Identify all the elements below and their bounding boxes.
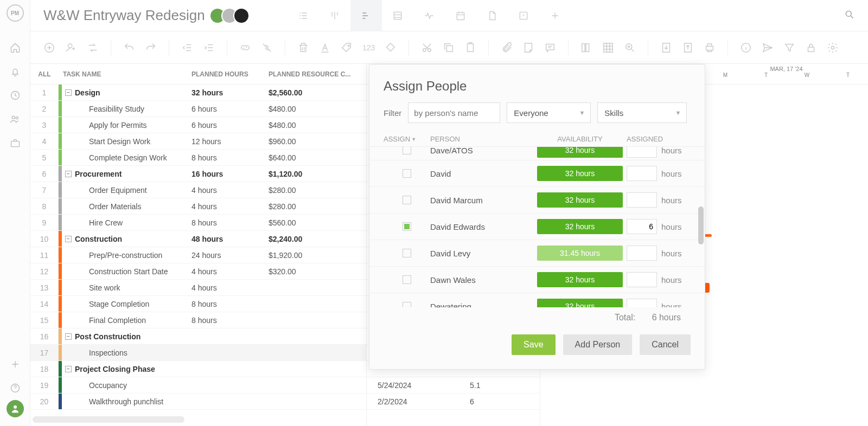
task-name-cell[interactable]: −Post Construction	[62, 332, 192, 341]
task-name-cell[interactable]: Occupancy	[62, 381, 192, 390]
hours-cell[interactable]: 8 hours	[192, 153, 269, 162]
task-name-cell[interactable]: Prep/Pre-construction	[62, 251, 192, 260]
list-view-tab[interactable]	[288, 0, 319, 31]
header-planned-cost[interactable]: PLANNED RESOURCE C...	[269, 70, 366, 78]
modal-scrollbar[interactable]	[698, 206, 704, 244]
text-color-icon[interactable]	[319, 42, 331, 54]
task-row[interactable]: 13 Site work 4 hours	[30, 280, 366, 296]
th-availability[interactable]: AVAILABILITY	[533, 135, 627, 143]
assign-icon[interactable]	[65, 42, 77, 54]
hours-cell[interactable]: 8 hours	[192, 300, 269, 308]
task-row[interactable]: 6 −Procurement 16 hours $1,120.00	[30, 166, 366, 182]
task-name-cell[interactable]: Order Equipment	[62, 186, 192, 195]
send-icon[interactable]	[762, 42, 774, 54]
task-row[interactable]: 15 Final Completion 8 hours	[30, 312, 366, 328]
assigned-hours-input[interactable]	[627, 299, 657, 307]
assign-checkbox[interactable]	[403, 222, 411, 231]
task-name-cell[interactable]: −Design	[62, 88, 192, 97]
assigned-hours-input[interactable]	[627, 272, 657, 287]
task-name-cell[interactable]: Start Design Work	[62, 137, 192, 146]
copy-icon[interactable]	[443, 42, 455, 54]
th-assigned[interactable]: ASSIGNED	[627, 135, 681, 143]
filter-input[interactable]	[408, 102, 500, 123]
task-name-cell[interactable]: Apply for Permits	[62, 121, 192, 130]
cost-cell[interactable]: $1,920.00	[269, 251, 366, 260]
assign-checkbox[interactable]	[403, 302, 411, 307]
task-row[interactable]: 9 Hire Crew 8 hours $560.00	[30, 215, 366, 231]
cost-cell[interactable]: $480.00	[269, 121, 366, 130]
note-icon[interactable]	[522, 42, 534, 54]
assigned-hours-input[interactable]	[627, 166, 657, 181]
filter-everyone-select[interactable]: Everyone▼	[507, 102, 591, 123]
swap-icon[interactable]	[87, 42, 99, 54]
mid-row[interactable]: 5/24/20245.1	[367, 377, 540, 393]
task-row[interactable]: 8 Order Materials 4 hours $280.00	[30, 198, 366, 215]
add-view-tab[interactable]	[539, 0, 571, 31]
task-name-cell[interactable]: Inspections	[62, 348, 192, 357]
task-row[interactable]: 7 Order Equipment 4 hours $280.00	[30, 182, 366, 198]
th-person[interactable]: PERSON	[430, 135, 533, 143]
cost-cell[interactable]: $280.00	[269, 202, 366, 211]
hours-cell[interactable]: 4 hours	[192, 283, 269, 292]
collapse-icon[interactable]: −	[65, 236, 72, 242]
task-row[interactable]: 19 Occupancy	[30, 377, 366, 393]
assign-checkbox[interactable]	[403, 275, 411, 284]
cut-icon[interactable]	[421, 42, 433, 54]
assigned-hours-input[interactable]	[627, 192, 657, 208]
cost-cell[interactable]: $960.00	[269, 137, 366, 146]
import-icon[interactable]	[660, 42, 672, 54]
cost-cell[interactable]: $640.00	[269, 153, 366, 162]
filter-icon[interactable]	[783, 42, 795, 54]
cost-cell[interactable]: $560.00	[269, 218, 366, 227]
task-name-cell[interactable]: −Construction	[62, 235, 192, 243]
cost-cell[interactable]: $280.00	[269, 186, 366, 195]
tag-icon[interactable]	[341, 42, 353, 54]
cancel-button[interactable]: Cancel	[640, 334, 691, 355]
grid-icon[interactable]	[602, 42, 614, 54]
task-name-cell[interactable]: −Project Closing Phase	[62, 365, 192, 373]
task-name-cell[interactable]: Order Materials	[62, 202, 192, 211]
zoom-icon[interactable]	[624, 42, 636, 54]
cost-cell[interactable]: $480.00	[269, 105, 366, 113]
people-icon[interactable]	[9, 113, 22, 126]
task-name-cell[interactable]: Walkthrough punchlist	[62, 397, 192, 406]
project-avatars[interactable]	[214, 8, 250, 24]
task-row[interactable]: 3 Apply for Permits 6 hours $480.00	[30, 117, 366, 133]
task-name-cell[interactable]: −Procurement	[62, 170, 192, 178]
hours-cell[interactable]: 16 hours	[192, 170, 269, 178]
task-row[interactable]: 2 Feasibility Study 6 hours $480.00	[30, 101, 366, 117]
add-task-icon[interactable]	[43, 42, 55, 54]
task-row[interactable]: 5 Complete Design Work 8 hours $640.00	[30, 150, 366, 166]
clock-icon[interactable]	[9, 89, 22, 102]
trash-icon[interactable]	[297, 42, 309, 54]
collapse-icon[interactable]: −	[65, 366, 72, 372]
sheet-view-tab[interactable]	[382, 0, 413, 31]
collapse-icon[interactable]: −	[65, 171, 72, 177]
file-view-tab[interactable]	[476, 0, 508, 31]
hours-cell[interactable]: 4 hours	[192, 186, 269, 195]
task-row[interactable]: 1 −Design 32 hours $2,560.00	[30, 85, 366, 101]
paste-icon[interactable]	[464, 42, 476, 54]
filter-skills-select[interactable]: Skills▼	[597, 102, 687, 123]
task-row[interactable]: 4 Start Design Work 12 hours $960.00	[30, 133, 366, 150]
unlink-icon[interactable]	[261, 42, 273, 54]
hours-cell[interactable]: 4 hours	[192, 267, 269, 276]
task-row[interactable]: 17 Inspections	[30, 345, 366, 361]
header-task-name[interactable]: TASK NAME	[59, 70, 192, 78]
task-name-cell[interactable]: Hire Crew	[62, 218, 192, 227]
assigned-hours-input[interactable]	[627, 246, 657, 261]
task-row[interactable]: 12 Construction Start Date 4 hours $320.…	[30, 263, 366, 280]
assign-checkbox[interactable]	[403, 169, 411, 178]
hours-cell[interactable]: 8 hours	[192, 218, 269, 227]
save-button[interactable]: Save	[512, 334, 555, 355]
task-name-cell[interactable]: Site work	[62, 283, 192, 292]
hours-cell[interactable]: 4 hours	[192, 202, 269, 211]
board-view-tab[interactable]	[319, 0, 350, 31]
home-icon[interactable]	[9, 41, 22, 54]
cost-cell[interactable]: $2,240.00	[269, 235, 366, 243]
task-name-cell[interactable]: Complete Design Work	[62, 153, 192, 162]
search-icon[interactable]	[844, 9, 855, 22]
app-logo[interactable]: PM	[7, 4, 24, 22]
hours-cell[interactable]: 6 hours	[192, 105, 269, 113]
attach-icon[interactable]	[501, 42, 513, 54]
